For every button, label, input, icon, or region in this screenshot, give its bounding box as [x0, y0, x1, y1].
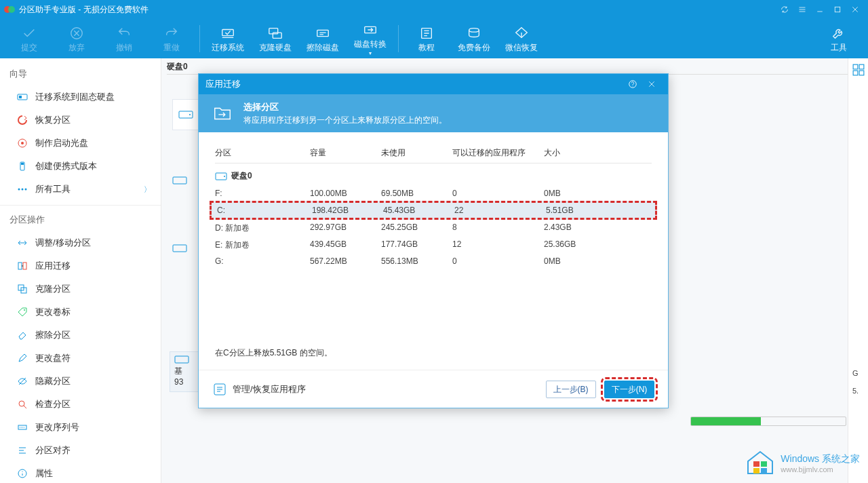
svg-point-17 [18, 189, 20, 191]
sidebar-item-label: 所有工具 [35, 183, 71, 195]
sidebar-item-all-tools[interactable]: 所有工具〉 [0, 178, 161, 201]
cell-size: 0MB [544, 256, 612, 266]
free-backup-button[interactable]: 免费备份 [450, 24, 498, 54]
refresh-icon[interactable] [776, 0, 793, 19]
migrate-os-button[interactable]: 迁移系统 [204, 24, 252, 54]
svg-rect-43 [753, 468, 760, 474]
tutorial-button[interactable]: 教程 [403, 24, 450, 54]
usb-icon [16, 160, 28, 172]
svg-rect-12 [19, 96, 22, 98]
drive-icon [178, 109, 193, 120]
sidebar-item-check-partition[interactable]: 检查分区 [0, 393, 161, 416]
svg-point-25 [19, 401, 24, 406]
wipe-disk-button[interactable]: 擦除磁盘 [299, 24, 347, 54]
sidebar-item-change-letter[interactable]: 更改盘符 [0, 347, 161, 370]
sidebar-item-change-label[interactable]: 更改卷标 [0, 301, 161, 324]
svg-rect-21 [23, 263, 26, 269]
sidebar-item-resize[interactable]: 调整/移动分区 [0, 231, 161, 254]
disk-label: 硬盘0 [167, 61, 863, 75]
list-icon [212, 382, 227, 397]
sidebar-item-label: 创建便携式版本 [35, 160, 97, 172]
wechat-recover-button[interactable]: 微信恢复 [498, 24, 545, 54]
sidebar-item-recover-partition[interactable]: 恢复分区 [0, 109, 161, 132]
cell-partition: G: [215, 256, 310, 266]
dialog-body: 分区 容量 未使用 可以迁移的应用程序 大小 硬盘0 F:100.00MB69.… [199, 132, 668, 269]
prev-button[interactable]: 上一步(B) [546, 381, 596, 398]
sidebar-header-wizard: 向导 [0, 62, 161, 85]
right-value: 5. [852, 387, 859, 395]
info-icon [16, 467, 28, 480]
redo-button[interactable]: 重做 [148, 24, 195, 54]
grid-view-icon[interactable] [852, 64, 865, 76]
cell-apps: 22 [454, 206, 546, 215]
undo-button[interactable]: 撤销 [100, 24, 148, 54]
th-apps: 可以迁移的应用程序 [452, 147, 544, 159]
label: 磁盘转换 [354, 39, 387, 50]
help-icon[interactable] [623, 74, 642, 94]
sidebar-item-properties[interactable]: 属性 [0, 462, 161, 483]
cell-apps: 0 [452, 189, 544, 198]
table-row[interactable]: D: 新加卷292.97GB245.25GB82.43GB [215, 220, 652, 237]
sidebar-item-wipe-partition[interactable]: 擦除分区 [0, 324, 161, 347]
table-row[interactable]: F:100.00MB69.50MB00MB [215, 186, 652, 201]
watermark-text: Windows 系统之家 www.bjjmlv.com [781, 453, 860, 474]
sidebar-item-label: 检查分区 [35, 398, 71, 410]
dialog-close-icon[interactable] [642, 74, 661, 94]
commit-button[interactable]: 提交 [5, 24, 53, 54]
cell-size: 25.36GB [544, 239, 612, 251]
sidebar-item-label: 更改卷标 [35, 306, 71, 318]
sidebar-item-portable[interactable]: 创建便携式版本 [0, 155, 161, 178]
folder-arrow-icon [211, 102, 234, 125]
table-row[interactable]: C:198.42GB45.43GB225.51GB [210, 201, 657, 220]
discard-button[interactable]: 放弃 [53, 24, 100, 54]
label: 基 [174, 366, 182, 376]
label: 迁移系统 [212, 42, 244, 54]
manage-apps-link[interactable]: 管理/恢复应用程序 [212, 382, 306, 397]
cell-size: 5.51GB [546, 206, 614, 215]
sidebar-item-hide-partition[interactable]: 隐藏分区 [0, 370, 161, 393]
label: 擦除磁盘 [307, 42, 339, 54]
label: 撤销 [116, 42, 132, 54]
th-size: 大小 [544, 147, 612, 159]
sidebar-item-migrate-ssd[interactable]: 迁移系统到固态硬盘 [0, 85, 161, 109]
svg-rect-31 [173, 245, 186, 252]
table-row[interactable]: G:567.22MB556.13MB00MB [215, 254, 652, 269]
sidebar-item-app-migrate[interactable]: 应用迁移 [0, 254, 161, 277]
usage-bar [690, 417, 846, 426]
label: 管理/恢复应用程序 [233, 383, 306, 395]
table-row[interactable]: E: 新加卷439.45GB177.74GB1225.36GB [215, 237, 652, 254]
next-button[interactable]: 下一步(N) [604, 381, 654, 398]
sidebar-item-clone-partition[interactable]: 克隆分区 [0, 277, 161, 301]
sidebar-item-align[interactable]: 分区对齐 [0, 439, 161, 462]
sidebar-item-change-serial[interactable]: 更改序列号 [0, 416, 161, 439]
sidebar-item-label: 克隆分区 [35, 283, 71, 295]
sidebar-item-boot-disc[interactable]: 制作启动光盘 [0, 132, 161, 155]
tools-button[interactable]: 工具 [815, 24, 863, 54]
cell-unused: 556.13MB [381, 256, 452, 266]
svg-rect-32 [175, 356, 189, 363]
dialog-title: 应用迁移 [205, 78, 241, 90]
windows-logo-icon [744, 449, 776, 478]
maximize-icon[interactable] [829, 0, 846, 19]
watermark: Windows 系统之家 www.bjjmlv.com [744, 449, 860, 478]
menu-icon[interactable] [793, 0, 811, 19]
disk-convert-button[interactable]: 磁盘转换▾ [347, 21, 394, 56]
svg-rect-42 [761, 461, 767, 467]
resize-icon [16, 237, 28, 249]
svg-point-1 [8, 6, 15, 13]
svg-point-24 [24, 309, 25, 311]
minimize-icon[interactable] [811, 0, 829, 19]
cell-size: 0MB [544, 189, 612, 198]
svg-point-29 [189, 114, 191, 115]
drive-icon [174, 355, 189, 364]
sidebar-item-label: 更改序列号 [35, 421, 79, 433]
clone-disk-button[interactable]: 克隆硬盘 [252, 24, 299, 54]
close-icon[interactable] [846, 0, 864, 19]
svg-rect-4 [222, 29, 234, 35]
label: 93 [174, 377, 183, 387]
clone-icon [16, 283, 28, 295]
cell-unused: 245.25GB [381, 223, 452, 234]
svg-rect-30 [173, 177, 186, 184]
sidebar-item-label: 迁移系统到固态硬盘 [35, 91, 115, 103]
dialog-footer: 管理/恢复应用程序 上一步(B) 下一步(N) [199, 370, 668, 408]
